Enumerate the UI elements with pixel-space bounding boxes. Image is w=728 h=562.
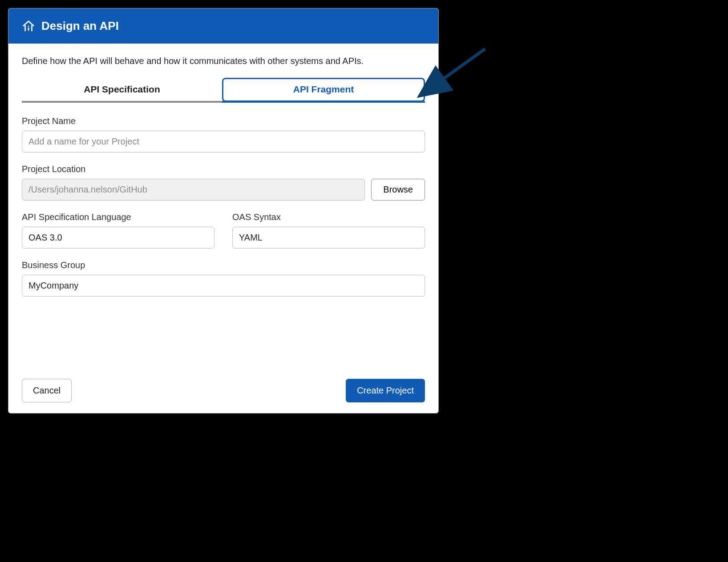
tab-api-fragment[interactable]: API Fragment: [222, 78, 425, 102]
tab-api-specification[interactable]: API Specification: [22, 78, 222, 103]
business-group-label: Business Group: [22, 260, 425, 270]
cancel-button[interactable]: Cancel: [22, 379, 72, 402]
field-api-spec-language: API Specification Language: [22, 212, 214, 249]
browse-button[interactable]: Browse: [371, 179, 425, 201]
business-group-select[interactable]: [22, 275, 425, 297]
form: Project Name Project Location Browse API…: [22, 116, 425, 297]
api-spec-language-select[interactable]: [22, 227, 214, 249]
field-oas-syntax: OAS Syntax: [232, 212, 425, 249]
dialog-footer: Cancel Create Project: [22, 379, 425, 402]
tabs: API Specification API Fragment: [22, 78, 425, 103]
oas-syntax-select[interactable]: [232, 227, 425, 249]
dialog-title: Design an API: [41, 19, 119, 33]
api-spec-language-label: API Specification Language: [22, 212, 214, 222]
field-project-name: Project Name: [22, 116, 425, 153]
dialog-description: Define how the API will behave and how i…: [22, 56, 425, 66]
dialog-body: Define how the API will behave and how i…: [8, 44, 438, 314]
project-location-input: [22, 179, 365, 201]
oas-syntax-label: OAS Syntax: [232, 212, 425, 222]
svg-point-0: [28, 25, 29, 27]
project-name-label: Project Name: [22, 116, 425, 126]
project-location-label: Project Location: [22, 164, 425, 174]
field-project-location: Project Location Browse: [22, 164, 425, 201]
design-api-dialog: Design an API Define how the API will be…: [8, 8, 439, 413]
create-project-button[interactable]: Create Project: [346, 379, 425, 402]
dialog-header: Design an API: [8, 8, 438, 44]
home-api-icon: [22, 20, 35, 33]
field-business-group: Business Group: [22, 260, 425, 297]
project-name-input[interactable]: [22, 131, 425, 153]
